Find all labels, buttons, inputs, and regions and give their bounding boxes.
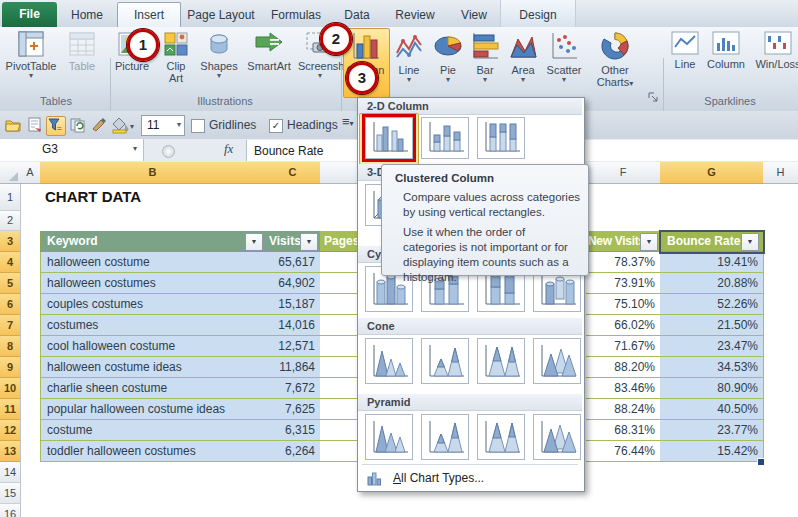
area-chart-button[interactable]: Area ▾ [505,29,541,84]
cell-visits[interactable]: 6,264 [265,441,320,462]
cell-bounce[interactable]: 20.88% [660,273,764,294]
tab-review[interactable]: Review [385,3,445,27]
cell-keyword[interactable]: cool halloween costume [40,336,266,357]
menu-item-stacked-pyramid[interactable] [421,414,469,460]
cell-visits[interactable]: 14,016 [265,315,320,336]
cell-new-visits[interactable]: 71.67% [586,336,660,357]
cell-keyword[interactable]: costumes [40,315,266,336]
cell-bounce[interactable]: 80.90% [660,378,764,399]
formula-bar-split-handle[interactable] [162,145,175,158]
headings-checkbox[interactable]: ✓ [269,119,283,133]
select-all-corner[interactable] [0,162,21,184]
tab-formulas[interactable]: Formulas [263,3,329,27]
other-charts-button[interactable]: Other Charts▾ [587,29,643,88]
row-header-1[interactable]: 1 [0,184,21,211]
column-header-c[interactable]: C [265,162,321,184]
row-header-2[interactable]: 2 [0,211,21,231]
toolbar-overflow-button[interactable]: ≡▾ [342,114,354,129]
smartart-button[interactable]: SmartArt [240,29,298,72]
cell-keyword[interactable]: toddler halloween costumes [40,441,266,462]
cell-visits[interactable]: 65,617 [265,252,320,273]
cell-visits[interactable]: 6,315 [265,420,320,441]
menu-item-100-stacked-column[interactable] [477,117,525,159]
clip-art-button[interactable]: Clip Art [156,29,196,84]
row-header-8[interactable]: 8 [0,336,21,357]
cell-new-visits[interactable]: 73.91% [586,273,660,294]
cell-keyword[interactable]: charlie sheen costume [40,378,266,399]
open-folder-icon[interactable] [4,116,22,134]
menu-item-clustered-column[interactable] [365,117,413,159]
cell-bounce[interactable]: 23.77% [660,420,764,441]
row-header-12[interactable]: 12 [0,420,21,441]
cell-keyword[interactable]: couples costumes [40,294,266,315]
menu-item-stacked-cone[interactable] [421,338,469,384]
tab-file[interactable]: File [2,2,57,27]
bounce-rate-filter-button[interactable]: ▼ [741,233,759,251]
row-header-10[interactable]: 10 [0,378,21,399]
new-visits-filter-button[interactable]: ▼ [640,233,658,251]
shapes-button[interactable]: Shapes ▾ [198,29,240,80]
table-button[interactable]: Table [60,29,104,72]
menu-item-3d-cone[interactable] [533,338,581,384]
cell-bounce[interactable]: 15.42% [660,441,764,462]
cell-keyword[interactable]: costume [40,420,266,441]
keyword-filter-button[interactable]: ▼ [245,233,263,251]
font-size-combobox[interactable]: 11 ▾ [141,115,185,136]
cell-keyword[interactable]: halloween costume ideas [40,357,266,378]
cell-bounce[interactable]: 52.26% [660,294,764,315]
row-header-13[interactable]: 13 [0,441,21,462]
row-header-4[interactable]: 4 [0,252,21,273]
filter-tool-icon[interactable]: = [46,116,66,136]
menu-item-100-stacked-cone[interactable] [477,338,525,384]
gridlines-checkbox[interactable] [191,119,205,133]
cell-new-visits[interactable]: 68.31% [586,420,660,441]
menu-item-clustered-cone[interactable] [365,338,413,384]
table-header-new-visits[interactable]: New Visits ▼ [586,231,660,252]
row-header-7[interactable]: 7 [0,315,21,336]
cell-bounce[interactable]: 19.41% [660,252,764,273]
menu-item-clustered-pyramid[interactable] [365,414,413,460]
pie-chart-button[interactable]: Pie ▾ [431,29,465,84]
row-header-11[interactable]: 11 [0,399,21,420]
sparkline-winloss-button[interactable]: Win/Loss [750,29,798,70]
cell-new-visits[interactable]: 88.24% [586,399,660,420]
cell-visits[interactable]: 64,902 [265,273,320,294]
sparkline-column-button[interactable]: Column [704,29,748,70]
fx-icon[interactable]: fx [224,141,233,157]
cell-new-visits[interactable]: 78.37% [586,252,660,273]
table-header-keyword[interactable]: Keyword ▼ [40,231,266,252]
column-header-g[interactable]: G [660,162,764,184]
charts-dialog-launcher[interactable] [648,92,658,104]
row-header-15[interactable]: 15 [0,483,21,504]
row-header-5[interactable]: 5 [0,273,21,294]
tab-page-layout[interactable]: Page Layout [179,3,263,27]
name-box[interactable]: G3 ▾ [0,139,144,161]
column-header-a[interactable]: A [20,162,41,184]
tab-home[interactable]: Home [57,3,117,27]
cell-bounce[interactable]: 34.53% [660,357,764,378]
menu-item-100-stacked-pyramid[interactable] [477,414,525,460]
cell-visits[interactable]: 15,187 [265,294,320,315]
cell-visits[interactable]: 12,571 [265,336,320,357]
format-painter-icon[interactable] [90,116,108,134]
column-header-b[interactable]: B [40,162,266,184]
tab-design[interactable]: Design [506,3,570,27]
sparkline-line-button[interactable]: Line [668,29,702,70]
bar-chart-button[interactable]: Bar ▾ [467,29,503,84]
row-header-9[interactable]: 9 [0,357,21,378]
fill-handle[interactable] [757,458,765,466]
column-header-f[interactable]: F [586,162,661,184]
row-header-16[interactable]: 16 [0,504,21,517]
refresh-sheets-icon[interactable] [69,116,87,134]
cell-bounce[interactable]: 21.50% [660,315,764,336]
cell-visits[interactable]: 11,864 [265,357,320,378]
cell-keyword[interactable]: popular halloween costume ideas [40,399,266,420]
export-sheet-icon[interactable] [26,116,44,134]
pivottable-button[interactable]: PivotTable ▾ [4,29,58,80]
table-header-visits[interactable]: Visits ▼ [265,231,320,252]
cell-new-visits[interactable]: 66.02% [586,315,660,336]
visits-filter-button[interactable]: ▼ [300,233,318,251]
menu-item-stacked-column[interactable] [421,117,469,159]
cell-new-visits[interactable]: 88.20% [586,357,660,378]
tab-insert[interactable]: Insert [117,2,181,28]
